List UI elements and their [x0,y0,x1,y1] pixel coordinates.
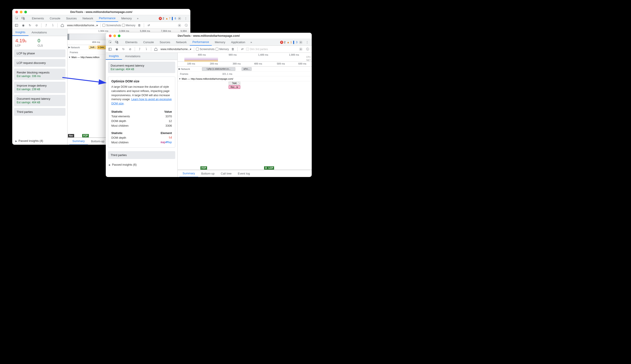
detail-ruler[interactable]: 189 ms 289 ms 389 ms 489 ms 589 ms 689 m… [178,62,312,66]
sidetab-annotations[interactable]: Annotations [28,29,50,36]
insight-third-parties[interactable]: Third parties [108,151,175,159]
warning-badge[interactable]: ▲ 7 [166,17,170,20]
clear-icon[interactable]: ⊘ [127,46,133,52]
insight-render-blocking[interactable]: Render blocking requestsEst savings: 336… [14,68,66,80]
kebab-icon[interactable]: ⋮ [304,40,310,45]
url-selector[interactable]: www.milliondollarhome...▾ [66,24,99,28]
device-icon[interactable] [20,16,26,21]
home-icon[interactable] [60,22,65,28]
insight-image-delivery[interactable]: Improve image deliveryEst savings: 239 k… [14,82,66,93]
kebab-icon[interactable]: ⋮ [183,16,188,21]
track-network[interactable]: ▶ Network t.php (c.statcounter.co... arh… [178,66,312,72]
tab-performance[interactable]: Performance [96,15,118,22]
task-block[interactable]: Task [229,82,240,85]
btab-bottomup[interactable]: Bottom-up [88,138,108,145]
tab-elements[interactable]: Elements [123,39,140,46]
btab-calltree[interactable]: Call tree [218,170,235,177]
tab-network[interactable]: Network [80,15,96,22]
settings-icon[interactable] [298,46,304,52]
metrics: 4.19s LCP 0 CLS [12,36,67,48]
throttle-icon[interactable]: ⇄ [239,46,245,52]
btab-summary[interactable]: Summary [180,170,198,177]
tab-console[interactable]: Console [140,39,156,46]
tab-performance[interactable]: Performance [190,39,212,46]
toggle-panel-icon[interactable] [14,22,19,28]
device-icon[interactable] [114,40,120,45]
track-main[interactable]: ▼ Main — http://www.milliondollarhomepag… [178,76,312,81]
more-tabs-icon[interactable]: » [135,16,141,21]
cls-value: 0 [38,38,43,44]
warning-badge[interactable]: ▲ 1 [287,41,292,44]
help-icon[interactable]: ⓘ [183,22,189,28]
network-seg-sww[interactable]: s (ww... [97,46,106,49]
issue-badge[interactable]: ▌3 [293,41,298,44]
flame-chart[interactable]: Task Rec...le FCP D LCP [178,81,312,170]
clear-icon[interactable]: ⊘ [34,22,40,28]
tab-memory[interactable]: Memory [119,15,134,22]
download-icon[interactable]: ⤵ [50,22,56,28]
insight-third-parties[interactable]: Third parties [14,108,66,116]
tab-sources[interactable]: Sources [157,39,173,46]
overview-ruler[interactable]: 489 ms 989 ms 1,489 ms 1,989 ms CPU NET [178,53,312,62]
network-seg-arho[interactable]: arho... [242,67,252,71]
inspect-icon[interactable] [108,40,113,45]
tab-console[interactable]: Console [47,15,63,22]
passed-insights[interactable]: Passed insights (4) [12,137,67,145]
tab-network[interactable]: Network [174,39,190,46]
network-seg-butt[interactable]: _butt... [88,46,97,49]
minimize-icon[interactable] [113,34,116,37]
error-badge[interactable]: ✕2 [159,17,164,20]
url-selector[interactable]: www.milliondollarhome...▾ [160,47,192,51]
tab-application[interactable]: Application [228,39,248,46]
record-icon[interactable]: ◉ [20,22,26,28]
reload-icon[interactable]: ↻ [120,46,126,52]
trash-icon[interactable]: 🗑 [230,46,236,52]
minimize-icon[interactable] [20,11,22,13]
upload-icon[interactable]: ⤴ [137,46,142,52]
close-icon[interactable] [109,34,112,37]
rec-block[interactable]: Rec...le [229,85,240,89]
insight-lcp-discovery[interactable]: LCP request discovery [14,59,66,67]
memory-checkbox[interactable]: Memory [216,48,229,51]
gear-icon[interactable] [176,16,182,21]
sidetab-insights[interactable]: Insights [12,29,28,36]
insight-doc-latency[interactable]: Document request latencyEst savings: 404… [14,95,66,106]
insight-lcp-phase[interactable]: LCP by phase [14,50,66,57]
passed-insights[interactable]: Passed insights (6) [106,161,178,168]
screenshots-checkbox[interactable]: Screenshots [196,48,215,51]
home-icon[interactable] [153,46,159,52]
throttle-icon[interactable]: ⇄ [146,22,152,28]
tab-memory[interactable]: Memory [212,39,228,46]
help-icon[interactable]: ⓘ [304,46,310,52]
tab-elements[interactable]: Elements [29,15,46,22]
insight-doc-latency[interactable]: Document request latency Est savings: 40… [108,62,175,73]
issue-badge[interactable]: ▌6 [172,17,176,20]
track-frames[interactable]: Frames 321.1 ms [178,72,312,76]
screenshots-checkbox[interactable]: Screenshots [102,24,121,27]
inspect-icon[interactable] [14,16,20,21]
more-tabs-icon[interactable]: » [248,40,254,45]
trash-icon[interactable]: 🗑 [136,22,142,28]
error-badge[interactable]: ✕2 [280,41,286,44]
bottom-tabs: Summary Bottom-up Call tree Event log [178,170,312,177]
maximize-icon[interactable] [118,34,120,37]
btab-summary[interactable]: Summary [69,138,88,145]
settings-icon[interactable] [176,22,182,28]
sidetab-insights[interactable]: Insights [106,53,122,60]
maximize-icon[interactable] [24,11,27,13]
network-seg-tphp[interactable]: t.php (c.statcounter.co... [202,67,235,71]
toggle-panel-icon[interactable] [107,46,113,52]
record-icon[interactable]: ◉ [114,46,120,52]
dim-3rd-checkbox[interactable]: Dim 3rd parties [246,48,268,51]
download-icon[interactable]: ⤵ [144,46,149,52]
close-icon[interactable] [15,11,18,13]
memory-checkbox[interactable]: Memory [122,24,135,27]
btab-bottomup[interactable]: Bottom-up [198,170,218,177]
sidetab-annotations[interactable]: Annotations [122,53,144,60]
reload-icon[interactable]: ↻ [27,22,33,28]
tab-sources[interactable]: Sources [64,15,80,22]
gear-icon[interactable] [298,40,304,45]
insight-optimize-dom[interactable]: Optimize DOM size A large DOM can increa… [108,76,175,148]
btab-eventlog[interactable]: Event log [235,170,253,177]
upload-icon[interactable]: ⤴ [43,22,49,28]
